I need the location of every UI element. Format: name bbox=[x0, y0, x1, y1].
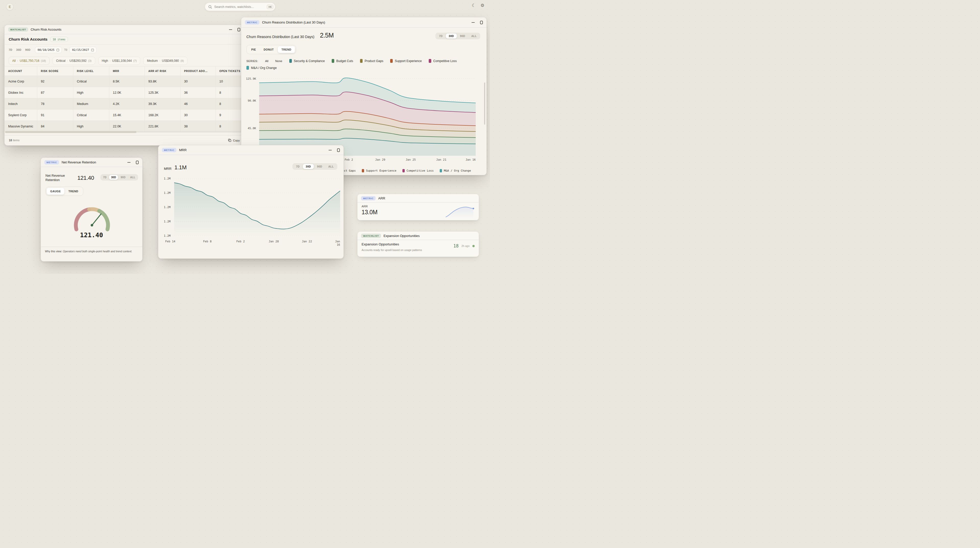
svg-text:1.2M: 1.2M bbox=[164, 234, 171, 237]
dark-mode-icon[interactable]: ☾ bbox=[472, 3, 476, 8]
nrr-titlebar[interactable]: METRIC Net Revenue Retention bbox=[41, 158, 142, 167]
series-toggle-product-gaps[interactable]: Product Gaps bbox=[360, 59, 383, 63]
table-cell: 46 bbox=[181, 98, 216, 109]
watchlist-badge: WATCHLIST bbox=[8, 27, 28, 32]
svg-text:90.0K: 90.0K bbox=[248, 99, 256, 102]
range-option-30d[interactable]: 30D bbox=[109, 175, 118, 180]
card-title: ARR bbox=[378, 196, 385, 200]
table-row[interactable]: Massive Dynamic84High22.0K221.8K388 bbox=[5, 121, 244, 132]
period-button-30d[interactable]: 30D bbox=[16, 48, 21, 51]
chip-separator: · bbox=[67, 59, 68, 62]
horizontal-scrollbar bbox=[5, 131, 244, 133]
view-tabs: PIEDONUTTREND bbox=[247, 45, 296, 54]
range-option-all[interactable]: ALL bbox=[469, 33, 479, 38]
metric-label: Net Revenue Retention bbox=[45, 174, 76, 182]
search-input[interactable]: Search metrics, watchlists... ⌘K bbox=[205, 3, 275, 11]
copy-button[interactable]: Copy bbox=[228, 139, 240, 142]
series-toggle-security-compliance[interactable]: Security & Compliance bbox=[289, 59, 325, 63]
column-header[interactable]: RISK SCORE bbox=[37, 66, 73, 76]
churn-titlebar[interactable]: METRIC Churn Reasons Distribution (Last … bbox=[241, 18, 487, 27]
range-option-all[interactable]: ALL bbox=[326, 164, 337, 169]
table-row[interactable]: Initech78Medium4.2K39.3K468 bbox=[5, 98, 244, 110]
column-header[interactable]: ARR AT RISK bbox=[145, 66, 181, 76]
metric-value: 121.40 bbox=[77, 175, 94, 181]
date-to-input[interactable]: 02/15/2027 bbox=[70, 47, 96, 53]
maximize-icon[interactable] bbox=[480, 21, 483, 24]
column-header[interactable]: ACCOUNT bbox=[5, 66, 37, 76]
metric-value: 2.5M bbox=[320, 32, 334, 39]
range-option-7d[interactable]: 7D bbox=[101, 175, 108, 180]
minimize-icon[interactable] bbox=[329, 150, 332, 150]
vertical-scrollbar-thumb[interactable] bbox=[484, 83, 485, 124]
column-header[interactable]: MRR bbox=[109, 66, 145, 76]
column-header[interactable]: RISK LEVEL bbox=[73, 66, 109, 76]
table-cell: 12.0K bbox=[109, 87, 145, 98]
period-button-90d[interactable]: 90D bbox=[25, 48, 30, 51]
table-cell: 10 bbox=[216, 76, 244, 87]
minimize-icon[interactable] bbox=[127, 162, 130, 162]
window-title: MRR bbox=[179, 148, 187, 152]
range-selector: 7D30D90DALL bbox=[293, 163, 337, 170]
tab-pie[interactable]: PIE bbox=[248, 46, 259, 53]
table-cell: 87 bbox=[37, 87, 73, 98]
filter-chips: All·US$1,750,716(18)Critical·US$293,592(… bbox=[5, 55, 244, 66]
tab-gauge[interactable]: GAUGE bbox=[47, 188, 64, 194]
expansion-time: 2h ago bbox=[461, 244, 469, 247]
legend-label: Competitive Loss bbox=[407, 169, 434, 172]
metric-label: MRR bbox=[164, 167, 172, 170]
table-cell: 39.3K bbox=[145, 98, 181, 109]
chip-separator: · bbox=[110, 59, 111, 62]
series-none-button[interactable]: None bbox=[275, 59, 282, 62]
date-from-input[interactable]: 08/18/2025 bbox=[35, 47, 62, 53]
maximize-icon[interactable] bbox=[237, 28, 240, 32]
column-header[interactable]: OPEN TICKETS bbox=[216, 66, 244, 76]
series-all-button[interactable]: All bbox=[265, 59, 268, 62]
range-option-7d[interactable]: 7D bbox=[293, 164, 302, 169]
chip-count: (8) bbox=[181, 59, 184, 62]
range-option-90d[interactable]: 90D bbox=[118, 175, 127, 180]
series-toggle-support-experience[interactable]: Support Experience bbox=[390, 59, 422, 63]
table-row[interactable]: Globex Inc87High12.0K125.3K368 bbox=[5, 87, 244, 98]
tab-trend[interactable]: TREND bbox=[65, 188, 82, 194]
table-cell: 15.4K bbox=[109, 110, 145, 121]
metric-value: 13.0M bbox=[361, 209, 377, 216]
range-option-all[interactable]: ALL bbox=[128, 175, 137, 180]
filter-chip-high[interactable]: High·US$1,108,044(7) bbox=[98, 57, 140, 65]
series-toggle-competitive-loss[interactable]: Competitive Loss bbox=[429, 59, 457, 63]
watchlist-titlebar[interactable]: WATCHLIST Churn Risk Accounts bbox=[5, 25, 244, 34]
table-row[interactable]: Soylent Corp91Critical15.4K168.2K309 bbox=[5, 110, 244, 121]
metric-value: 1.1M bbox=[174, 164, 187, 171]
avatar[interactable]: E bbox=[6, 3, 14, 11]
table-cell: 8 bbox=[216, 98, 244, 109]
column-header[interactable]: PRODUCT ADO… bbox=[181, 66, 216, 76]
table-row[interactable]: Acme Corp92Critical8.5K93.8K3010 bbox=[5, 76, 244, 87]
table-cell: Acme Corp bbox=[5, 76, 37, 87]
chip-count: (7) bbox=[133, 59, 137, 62]
filter-chip-critical[interactable]: Critical·US$293,592(3) bbox=[52, 57, 95, 65]
range-option-30d[interactable]: 30D bbox=[446, 33, 457, 38]
range-option-90d[interactable]: 90D bbox=[314, 164, 325, 169]
mrr-titlebar[interactable]: METRIC MRR bbox=[158, 145, 344, 155]
tab-donut[interactable]: DONUT bbox=[260, 46, 277, 53]
range-option-90d[interactable]: 90D bbox=[457, 33, 468, 38]
series-toggle-m-a-org-change[interactable]: M&A / Org Change bbox=[247, 66, 277, 70]
footer-count-label: items bbox=[13, 139, 19, 142]
tab-trend[interactable]: TREND bbox=[278, 46, 295, 53]
maximize-icon[interactable] bbox=[136, 161, 138, 164]
card-expansion-opportunities[interactable]: WATCHLIST Expansion Opportunities Expans… bbox=[357, 231, 479, 257]
maximize-icon[interactable] bbox=[337, 148, 340, 152]
table-cell: 30 bbox=[181, 110, 216, 121]
settings-gear-icon[interactable]: ⚙ bbox=[480, 3, 484, 8]
range-selector: 7D30D90DALL bbox=[435, 33, 480, 39]
minimize-icon[interactable] bbox=[229, 29, 232, 30]
range-option-30d[interactable]: 30D bbox=[303, 164, 313, 169]
period-button-7d[interactable]: 7D bbox=[9, 48, 12, 51]
minimize-icon[interactable] bbox=[472, 22, 475, 23]
series-toggle-budget-cuts[interactable]: Budget Cuts bbox=[332, 59, 353, 63]
range-option-7d[interactable]: 7D bbox=[436, 33, 445, 38]
card-arr[interactable]: METRIC ARR ARR 13.0M bbox=[357, 194, 479, 220]
filter-chip-all[interactable]: All·US$1,750,716(18) bbox=[9, 57, 49, 65]
table-cell: Soylent Corp bbox=[5, 110, 37, 121]
filter-chip-medium[interactable]: Medium·US$349,080(8) bbox=[143, 57, 188, 65]
scrollbar-thumb[interactable] bbox=[5, 131, 136, 133]
